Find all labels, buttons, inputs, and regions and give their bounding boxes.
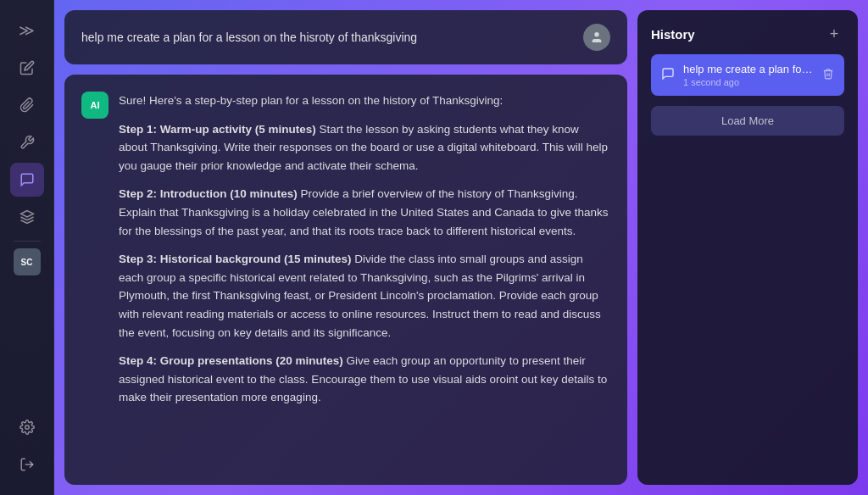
step-1-label: Step 1: Warm-up activity (5 minutes) — [119, 123, 316, 136]
sidebar: ≫ — [0, 0, 54, 495]
paperclip-icon[interactable] — [10, 88, 44, 122]
svg-point-1 — [25, 425, 29, 430]
logout-icon[interactable] — [10, 448, 44, 481]
chat-bubble-icon — [661, 67, 675, 84]
load-more-button[interactable]: Load More — [651, 106, 844, 136]
ai-step-1: Step 1: Warm-up activity (5 minutes) Sta… — [119, 120, 610, 175]
sidebar-divider — [14, 241, 41, 242]
chat-area: help me create a plan for a lesson on th… — [64, 10, 627, 485]
history-delete-button[interactable] — [822, 68, 834, 82]
history-title: History — [651, 27, 695, 42]
tools-icon[interactable] — [10, 125, 44, 159]
history-item[interactable]: help me create a plan for a... 1 second … — [651, 54, 844, 96]
ai-response: AI Sure! Here's a step-by-step plan for … — [64, 75, 627, 485]
user-avatar — [583, 24, 610, 51]
step-2-label: Step 2: Introduction (10 minutes) — [119, 187, 298, 200]
step-3-label: Step 3: Historical background (15 minute… — [119, 253, 352, 265]
user-message: help me create a plan for a lesson on th… — [64, 10, 627, 64]
history-item-text: help me create a plan for a... — [683, 63, 814, 75]
svg-point-3 — [594, 32, 598, 36]
history-item-content: help me create a plan for a... 1 second … — [683, 63, 814, 87]
ai-avatar: AI — [81, 92, 108, 119]
layers-icon[interactable] — [10, 200, 44, 234]
ai-step-3: Step 3: Historical background (15 minute… — [119, 250, 610, 342]
ai-step-2: Step 2: Introduction (10 minutes) Provid… — [119, 185, 610, 240]
user-message-text: help me create a plan for a lesson on th… — [81, 31, 573, 44]
step-3-text: Divide the class into small groups and a… — [119, 253, 601, 338]
ai-heading: Sure! Here's a step-by-step plan for a l… — [119, 92, 610, 110]
sidebar-top: ≫ — [10, 14, 44, 403]
history-item-time: 1 second ago — [683, 77, 814, 87]
history-header: History + — [651, 24, 844, 44]
ai-step-4: Step 4: Group presentations (20 minutes)… — [119, 352, 610, 407]
settings-icon[interactable] — [10, 410, 44, 444]
chevrons-icon[interactable]: ≫ — [10, 14, 44, 47]
avatar[interactable]: SC — [14, 248, 41, 275]
ai-content: Sure! Here's a step-by-step plan for a l… — [119, 92, 610, 468]
chat-icon[interactable] — [10, 163, 44, 197]
sidebar-bottom — [10, 410, 44, 481]
history-add-button[interactable]: + — [824, 24, 844, 44]
svg-marker-0 — [20, 211, 33, 218]
main-content: help me create a plan for a lesson on th… — [54, 0, 868, 495]
history-panel: History + help me create a plan for a...… — [637, 10, 858, 485]
edit-icon[interactable] — [10, 51, 44, 85]
step-4-label: Step 4: Group presentations (20 minutes) — [119, 354, 343, 367]
